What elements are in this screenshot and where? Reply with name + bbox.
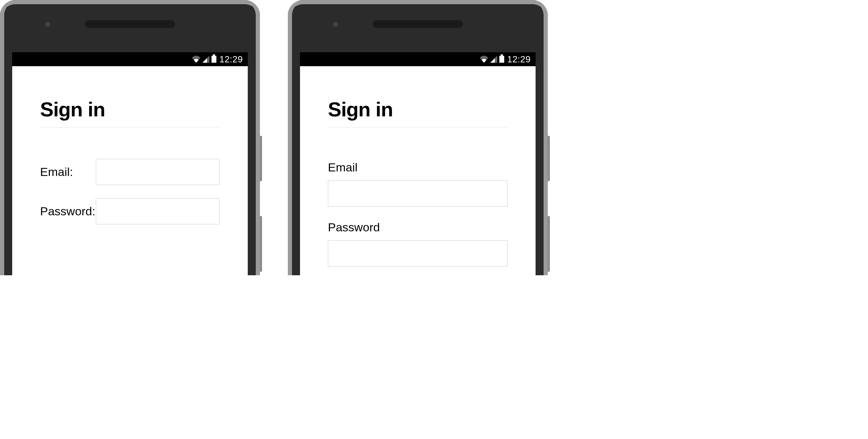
phone-mockup-left: 12:29 Sign in Email: Password: bbox=[0, 0, 260, 275]
cell-signal-icon bbox=[490, 56, 497, 63]
email-group: Email bbox=[328, 161, 508, 207]
cell-signal-icon bbox=[202, 56, 209, 63]
phone-speaker bbox=[372, 20, 463, 28]
battery-icon bbox=[499, 56, 504, 63]
password-group: Password bbox=[328, 221, 508, 267]
email-row: Email: bbox=[40, 159, 220, 185]
email-input[interactable] bbox=[328, 180, 508, 207]
phone-camera bbox=[45, 22, 50, 27]
page-title: Sign in bbox=[40, 98, 220, 121]
phone-side-button bbox=[260, 136, 262, 181]
battery-icon bbox=[212, 56, 216, 63]
page-title: Sign in bbox=[328, 98, 508, 121]
wifi-icon bbox=[192, 56, 200, 63]
phone-side-button bbox=[260, 216, 262, 272]
phone-side-button bbox=[548, 216, 550, 272]
status-time: 12:29 bbox=[219, 54, 243, 65]
password-input[interactable] bbox=[96, 198, 220, 224]
status-bar: 12:29 bbox=[300, 52, 536, 66]
status-time: 12:29 bbox=[507, 54, 531, 65]
phone-frame: 12:29 Sign in Email Password bbox=[288, 0, 548, 275]
phone-screen: 12:29 Sign in Email: Password: bbox=[12, 52, 248, 275]
password-row: Password: bbox=[40, 198, 220, 224]
password-label: Password bbox=[328, 221, 508, 234]
phone-mockup-right: 12:29 Sign in Email Password bbox=[288, 0, 548, 275]
wifi-icon bbox=[480, 56, 488, 63]
title-divider bbox=[40, 127, 220, 128]
email-input[interactable] bbox=[96, 159, 220, 185]
password-label: Password: bbox=[40, 205, 96, 218]
signin-form: Sign in Email Password bbox=[300, 66, 536, 275]
email-label: Email bbox=[328, 161, 508, 174]
phone-camera bbox=[333, 22, 338, 27]
signin-form: Sign in Email: Password: bbox=[12, 66, 248, 275]
phone-side-button bbox=[548, 136, 550, 181]
phone-screen: 12:29 Sign in Email Password bbox=[300, 52, 536, 275]
title-divider bbox=[328, 127, 508, 128]
password-input[interactable] bbox=[328, 240, 508, 267]
status-bar: 12:29 bbox=[12, 52, 248, 66]
email-label: Email: bbox=[40, 165, 96, 179]
phone-speaker bbox=[85, 20, 175, 28]
phone-frame: 12:29 Sign in Email: Password: bbox=[0, 0, 260, 275]
